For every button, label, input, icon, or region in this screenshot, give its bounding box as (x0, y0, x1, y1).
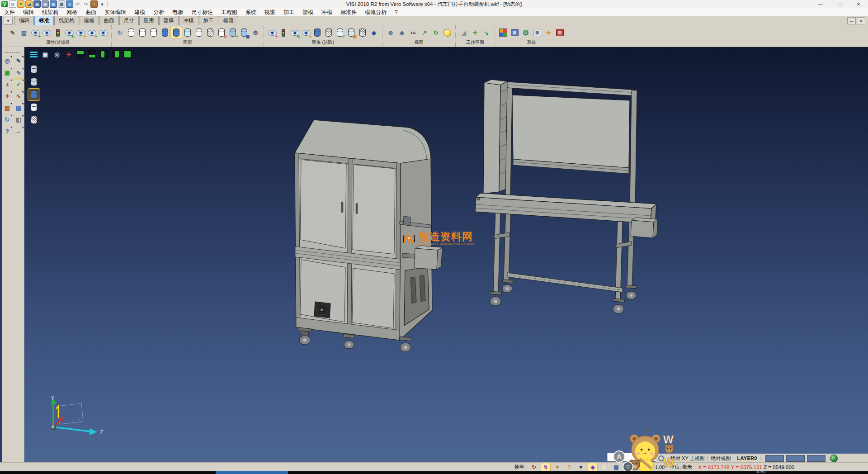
mdi-close-button[interactable]: ✕ (857, 17, 865, 24)
view-right-cube-icon[interactable] (110, 49, 121, 60)
graphics-refresh-icon[interactable]: ↻ (114, 27, 125, 38)
graphics-tools-icon[interactable]: ⚙ (250, 27, 261, 38)
tab-mould[interactable]: 塑膜 (159, 16, 179, 25)
menu-dimension[interactable]: 尺寸标注 (187, 8, 217, 16)
tab-machining[interactable]: 加工 (199, 16, 218, 25)
magic-wand-icon[interactable]: ↯ (541, 463, 550, 471)
zoom-dynamic-icon[interactable]: ◎ (2, 55, 13, 66)
filter-plusminus-icon[interactable]: ± (75, 27, 86, 38)
snap-lock-icon[interactable]: ↻ (529, 463, 538, 471)
tab-flow[interactable]: 模流 (219, 16, 238, 25)
adv-plusminus-icon[interactable]: ± (301, 27, 311, 38)
adv-hatch-icon[interactable] (357, 27, 368, 38)
redo-icon[interactable]: ↷ (82, 1, 90, 8)
adv-filter-add-icon[interactable]: + (267, 27, 278, 38)
menu-edit[interactable]: 编辑 (19, 8, 38, 16)
help-icon[interactable]: ? (2, 126, 13, 137)
tab-modeling[interactable]: 建模 (80, 16, 99, 25)
menu-file[interactable]: 文件 (0, 8, 19, 16)
tab-dimension[interactable]: 尺寸 (119, 16, 139, 25)
tab-overflow-button[interactable]: ▼ (4, 17, 13, 25)
measure-distance-icon[interactable]: ↔ (13, 126, 24, 137)
cad-grid-icon[interactable]: ▧ (554, 27, 565, 38)
viewport-zoom-window-icon[interactable]: ▣ (40, 49, 51, 60)
ucs-axes-icon[interactable]: ✛ (2, 90, 13, 101)
menu-mesh[interactable]: 网格 (62, 8, 81, 16)
display-wireframe2-icon[interactable] (28, 76, 40, 88)
menu-flow-analysis[interactable]: 模流分析 (361, 8, 391, 16)
preview-icon[interactable]: ◎ (66, 1, 73, 8)
menu-system[interactable]: 系统 (241, 8, 260, 16)
tab-edit[interactable]: 编辑 (14, 16, 34, 25)
avatar-badge[interactable]: A (613, 450, 625, 463)
workplane-main-icon[interactable]: ◢ (458, 27, 469, 38)
context-help-icon[interactable]: ? (565, 463, 574, 471)
undo-icon[interactable]: ↶ (74, 1, 81, 8)
tab-progress[interactable]: 冲模 (179, 16, 198, 25)
save-all-icon[interactable]: ▣ (50, 1, 57, 8)
absolute-view-label[interactable]: 绝对视图 (711, 455, 731, 462)
globe-icon[interactable] (830, 455, 838, 462)
machine-workbench[interactable] (475, 80, 658, 313)
save-as-icon[interactable]: ▣ (42, 1, 49, 8)
view-top-cube-icon[interactable] (75, 49, 86, 60)
layer-light-icon[interactable] (193, 27, 204, 38)
visi-logo[interactable]: V (1, 1, 8, 8)
menu-standard-parts[interactable]: 标准件 (336, 8, 361, 16)
windows-taskbar[interactable]: 10:50 (0, 471, 868, 474)
menu-window[interactable]: 视窗 (260, 8, 279, 16)
filter-refresh-icon[interactable]: ↻ (64, 27, 75, 38)
adv-refresh-icon[interactable]: ↻ (289, 27, 300, 38)
menu-help[interactable]: ? (391, 8, 402, 16)
open-file-icon[interactable]: ▼ (17, 1, 24, 8)
adv-shaded-icon[interactable]: ◆ (368, 27, 379, 38)
workplane-align-icon[interactable]: ✛ (470, 27, 481, 38)
grid-mode-icon[interactable]: ▦ (612, 463, 621, 471)
regen-view-icon[interactable]: ↻ (2, 114, 13, 125)
import-file-icon[interactable]: ◪ (25, 1, 33, 8)
system-tools-icon[interactable]: ⚙ (520, 27, 531, 38)
menu-analysis[interactable]: 分析 (149, 8, 168, 16)
layer-hatched-icon[interactable] (205, 27, 216, 38)
viewport-3d[interactable]: ▣◎✛ 智造资料网 INTELLIGENT MANUFACTURING DATA (24, 47, 868, 462)
confirm-check-icon[interactable]: ✓ (13, 79, 24, 90)
viewport-zoom-all-icon[interactable]: ◎ (52, 49, 62, 60)
menu-progress[interactable]: 冲模 (317, 8, 336, 16)
tab-application[interactable]: 应用 (139, 16, 159, 25)
layer-wireframe2-icon[interactable] (137, 27, 148, 38)
adv-traffic-icon[interactable] (278, 27, 289, 38)
image-filter-icon[interactable]: ▥ (19, 27, 29, 38)
shirt-avatar-icon[interactable]: ▽ (623, 461, 633, 472)
close-button[interactable]: ✕ (849, 0, 868, 8)
zoom-window-icon[interactable]: ▣ (2, 67, 13, 78)
layer-delete-icon[interactable]: ✕ (216, 27, 227, 38)
filter-hide-icon[interactable]: − (41, 27, 52, 38)
machine-cabinet[interactable] (295, 120, 442, 352)
active-layer-label[interactable]: LAYER0 (737, 455, 757, 461)
scale-1-1-icon[interactable]: 1:1 (408, 27, 419, 38)
view-front-cube-icon[interactable] (99, 49, 109, 60)
menu-modeling[interactable]: 建模 (130, 8, 149, 16)
adv-striped-icon[interactable] (323, 27, 334, 38)
hide-all-icon[interactable]: − (98, 27, 108, 38)
menu-electrode[interactable]: 电极 (168, 8, 187, 16)
display-light-icon[interactable] (28, 101, 40, 113)
layer-wireframe1-icon[interactable] (126, 27, 137, 38)
layer-transparent-icon[interactable] (182, 27, 193, 38)
chess-knight-icon[interactable]: ♘ (600, 463, 609, 471)
tab-surface[interactable]: 曲面 (99, 16, 119, 25)
mdi-minimize-button[interactable]: — (847, 17, 856, 24)
tab-wireframe[interactable]: 线架构 (54, 16, 79, 25)
status-search-icon[interactable] (658, 455, 664, 461)
view-direction-icon[interactable]: ↗ (419, 27, 430, 38)
tab-standard[interactable]: 标准 (34, 16, 54, 25)
filter-show-add-icon[interactable]: + (30, 27, 41, 38)
display-shaded-active-icon[interactable] (28, 89, 40, 100)
selection-points-icon[interactable]: ✛ (543, 27, 554, 38)
show-all-icon[interactable]: + (86, 27, 97, 38)
curve-edit-icon[interactable]: ∿ (13, 67, 24, 78)
lock-toggle[interactable]: 拴牢 (512, 464, 527, 470)
layer-solid-active-icon[interactable] (171, 27, 182, 38)
erase-pencil-icon[interactable]: ✎ (13, 55, 24, 66)
calculator-icon[interactable]: ▩ (532, 27, 542, 38)
